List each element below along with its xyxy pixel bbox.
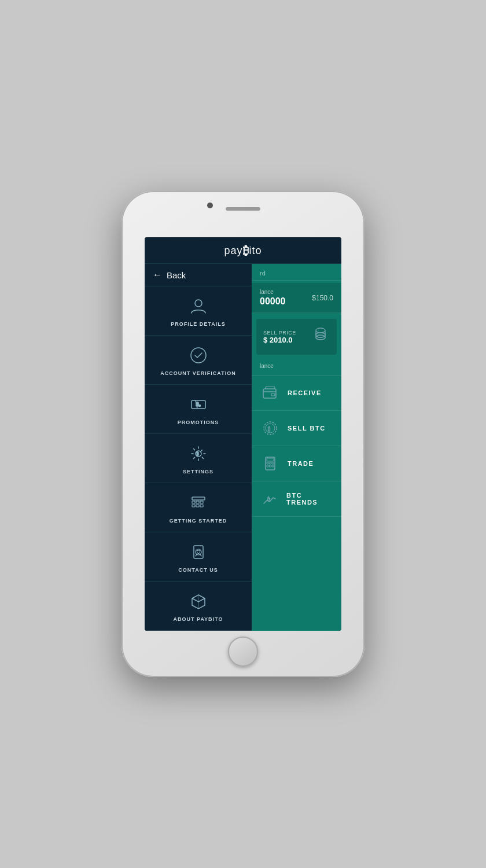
rp-balance-amount: 00000: [260, 296, 286, 307]
svg-rect-31: [270, 465, 271, 467]
sell-price-label: SELL PRICE: [263, 330, 296, 336]
account-verification-label: ACCOUNT VERIFICATION: [160, 370, 235, 376]
profile-details-label: PROFILE DETAILS: [171, 321, 225, 327]
coins-stack-icon: [309, 325, 330, 349]
rp-partial-balance-label: lance: [260, 363, 333, 369]
svg-rect-30: [267, 465, 268, 467]
sidebar-item-getting-started[interactable]: GETTING STARTED: [145, 483, 252, 532]
svg-rect-21: [271, 393, 275, 396]
getting-started-label: GETTING STARTED: [170, 518, 227, 524]
sell-price-info: SELL PRICE $ 2010.0: [263, 330, 296, 344]
svg-point-4: [198, 405, 200, 407]
svg-rect-2: [192, 400, 205, 409]
svg-text:₿: ₿: [267, 426, 271, 432]
svg-rect-14: [200, 505, 203, 507]
box-icon: [187, 590, 210, 613]
rp-balance-label: lance: [260, 289, 286, 295]
svg-point-17: [316, 328, 325, 333]
sidebar-item-about-paybito[interactable]: ABOUT PAYBITO: [145, 582, 252, 631]
rp-action-btc-trends[interactable]: ₿ BTC TRENDS: [252, 481, 341, 517]
person-icon: [187, 295, 210, 318]
sidebar-item-profile-details[interactable]: PROFILE DETAILS: [145, 286, 252, 336]
phone-camera: [207, 203, 213, 208]
sidebar-item-contact-us[interactable]: CONTACT US: [145, 532, 252, 582]
logo-post: ito: [249, 245, 262, 257]
screen: pay ₿ ito ← Back: [145, 237, 341, 631]
sidebar-item-promotions[interactable]: ₿ PROMOTIONS: [145, 385, 252, 434]
back-label: Back: [167, 270, 186, 280]
sidebar-item-account-verification[interactable]: ACCOUNT VERIFICATION: [145, 336, 252, 385]
home-button[interactable]: [228, 637, 258, 667]
rp-balance-left: lance 00000: [260, 289, 286, 307]
rp-balance-usd: $150.0: [312, 294, 333, 302]
back-arrow-icon: ←: [153, 270, 162, 280]
rp-partial-balance: lance: [252, 358, 341, 376]
btc-trends-label: BTC TRENDS: [286, 492, 333, 506]
settings-label: SETTINGS: [183, 469, 213, 475]
svg-rect-8: [192, 497, 205, 500]
chart-up-icon: ₿: [260, 488, 279, 509]
promotions-label: PROMOTIONS: [178, 420, 219, 425]
logo-btc-symbol: ₿: [243, 244, 249, 258]
svg-rect-27: [267, 462, 268, 464]
svg-rect-15: [194, 546, 203, 558]
right-panel: rd lance 00000 $150.0 SELL PRICE $ 2010.…: [252, 264, 341, 631]
gear-btc-icon: ₿: [187, 442, 210, 465]
rp-partial-top-text: rd: [260, 270, 333, 277]
svg-rect-32: [272, 465, 274, 467]
svg-rect-13: [196, 505, 199, 507]
rp-balance-row: lance 00000 $150.0: [252, 283, 341, 313]
ticket-icon: ₿: [187, 393, 210, 416]
sidebar: ← Back PROFILE DETAILS: [145, 264, 252, 631]
wallet-icon: [260, 382, 281, 403]
logo-pre: pay: [224, 245, 242, 257]
calculator-icon: [260, 453, 281, 474]
content-area: ← Back PROFILE DETAILS: [145, 264, 341, 631]
check-circle-icon: [187, 344, 210, 367]
svg-point-1: [191, 348, 206, 363]
svg-rect-10: [196, 501, 199, 503]
about-paybito-label: ABOUT PAYBITO: [174, 616, 223, 622]
phone-frame: pay ₿ ito ← Back: [122, 191, 365, 677]
btc-coin-icon: ₿: [260, 418, 281, 439]
phone-support-icon: [187, 540, 210, 564]
phone-speaker: [226, 207, 260, 211]
svg-rect-28: [270, 462, 271, 464]
sell-price-value: $ 2010.0: [263, 336, 296, 344]
svg-rect-29: [272, 462, 274, 464]
svg-rect-26: [267, 458, 274, 461]
receive-label: RECEIVE: [288, 389, 322, 396]
svg-rect-9: [192, 501, 195, 503]
contact-us-label: CONTACT US: [178, 567, 218, 573]
rp-action-sell-btc[interactable]: ₿ SELL BTC: [252, 411, 341, 446]
svg-point-0: [195, 300, 202, 307]
sidebar-item-settings[interactable]: ₿ SETTINGS: [145, 434, 252, 483]
rp-action-receive[interactable]: RECEIVE: [252, 376, 341, 411]
trade-label: TRADE: [288, 460, 314, 467]
grid-btc-icon: [187, 491, 210, 514]
svg-rect-11: [200, 501, 203, 503]
rp-top-partial: rd: [252, 264, 341, 281]
svg-text:₿: ₿: [196, 451, 198, 456]
app-header: pay ₿ ito: [145, 237, 341, 264]
svg-rect-12: [192, 505, 195, 507]
app-logo: pay ₿ ito: [145, 244, 341, 258]
sell-btc-label: SELL BTC: [288, 425, 326, 432]
rp-sell-price-card: SELL PRICE $ 2010.0: [256, 319, 337, 355]
rp-action-trade[interactable]: TRADE: [252, 446, 341, 481]
back-button[interactable]: ← Back: [145, 264, 252, 286]
